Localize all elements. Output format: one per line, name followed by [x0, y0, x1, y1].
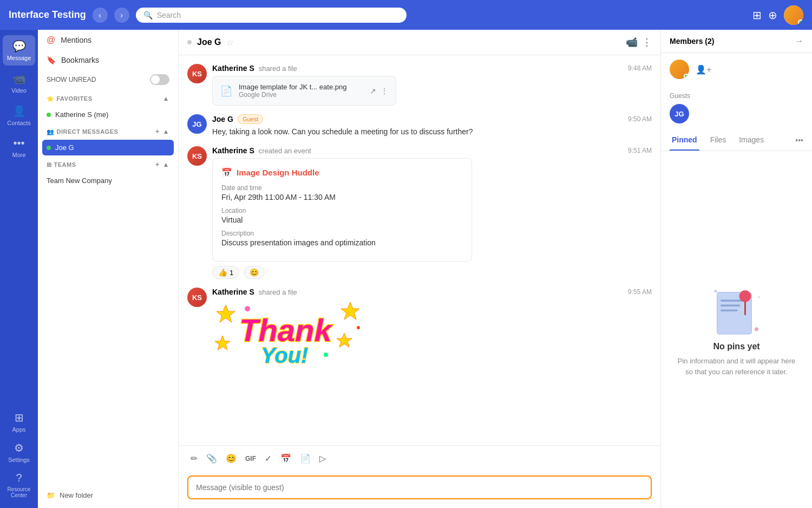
star-icon: ⭐: [47, 95, 55, 102]
chat-more-button[interactable]: ⋮: [642, 36, 652, 48]
message-content: Joe G Guest 9:50 AM Hey, taking a look n…: [212, 114, 652, 138]
message-time: 9:51 AM: [628, 147, 652, 154]
code-button[interactable]: ▷: [316, 450, 329, 467]
header-right: ⊞ ⊕: [752, 5, 803, 25]
calendar-icon: 📅: [221, 167, 232, 178]
svg-marker-2: [337, 333, 352, 347]
more-options-icon[interactable]: ⋮: [381, 87, 388, 95]
teams-header: ⊞ TEAMS + ▲: [47, 161, 169, 168]
member-avatar: [670, 60, 689, 79]
app-title: Interface Testing: [9, 9, 86, 21]
nav-forward-button[interactable]: ›: [114, 8, 129, 23]
message-sender: Katherine S: [212, 288, 254, 296]
search-bar[interactable]: 🔍 Search: [136, 8, 407, 23]
no-pins-area: No pins yet Pin information and it will …: [661, 151, 812, 508]
table-row: JG Joe G Guest 9:50 AM Hey, taking a loo…: [187, 114, 652, 138]
sidebar-item-video[interactable]: 📹 Video: [3, 68, 35, 98]
katherine-online-dot: [47, 113, 51, 117]
message-toolbar: ✏ 📎 😊 GIF ✓ 📅 📄 ▷: [179, 445, 660, 471]
people-icon: 👥: [47, 128, 55, 135]
sidebar-item-joe-g[interactable]: Joe G: [42, 140, 174, 155]
add-member-button[interactable]: 👤+: [696, 64, 711, 75]
dm-add-button[interactable]: +: [155, 128, 160, 135]
members-list: 👤+: [661, 53, 812, 90]
video-call-button[interactable]: 📹: [626, 36, 638, 48]
sidebar-item-settings-label: Settings: [8, 457, 30, 463]
sidebar-item-settings[interactable]: ⚙ Settings: [3, 437, 35, 467]
sidebar-item-apps-label: Apps: [12, 426, 25, 433]
new-folder-button[interactable]: 📁 New folder: [47, 487, 169, 504]
resource-center-icon: ?: [16, 472, 22, 484]
messages-container: KS Katherine S shared a file 9:48 AM 📄 I…: [179, 55, 660, 445]
smile-reaction[interactable]: 😊: [244, 266, 265, 279]
event-title: Image Design Huddle: [237, 168, 319, 177]
document-button[interactable]: 📄: [297, 450, 314, 467]
thumbs-up-reaction[interactable]: 👍 1: [212, 266, 239, 279]
team-new-company-label: Team New Company: [47, 177, 112, 185]
member-online-dot: [684, 74, 689, 79]
teams-chevron[interactable]: ▲: [163, 161, 169, 168]
sidebar-item-contacts[interactable]: 👤 Contacts: [3, 100, 35, 131]
file-name: Image template for JK t... eate.png: [239, 83, 363, 91]
event-datetime-label: Date and time: [221, 184, 463, 192]
sidebar-item-contacts-label: Contacts: [7, 120, 30, 126]
plus-icon[interactable]: ⊕: [768, 9, 777, 22]
nav-back-button[interactable]: ‹: [93, 8, 108, 23]
favorite-star-button[interactable]: ☆: [226, 37, 234, 48]
message-content: Katherine S shared a file 9:55 AM: [212, 288, 652, 373]
file-actions[interactable]: ↗ ⋮: [370, 87, 388, 95]
message-content: Katherine S shared a file 9:48 AM 📄 Imag…: [212, 64, 652, 106]
file-source: Google Drive: [239, 91, 363, 99]
edit-button[interactable]: ✏: [187, 450, 201, 467]
video-icon: 📹: [12, 72, 26, 85]
message-sender: Katherine S: [212, 64, 254, 73]
contact-status-dot: [187, 40, 192, 44]
favorites-chevron[interactable]: ▲: [163, 95, 169, 102]
chat-area: Joe G ☆ 📹 ⋮ KS Katherine S shared a file…: [179, 30, 660, 508]
tab-images[interactable]: Images: [737, 130, 766, 151]
avatar: KS: [187, 288, 207, 307]
attach-button[interactable]: 📎: [203, 450, 220, 467]
message-action: shared a file: [259, 288, 297, 296]
svg-point-17: [758, 296, 760, 298]
tab-pinned[interactable]: Pinned: [670, 130, 699, 151]
external-link-icon[interactable]: ↗: [370, 87, 376, 95]
dm-chevron[interactable]: ▲: [163, 128, 169, 135]
teams-add-button[interactable]: +: [155, 161, 160, 168]
avatar: JG: [187, 114, 207, 134]
tabs-more-button[interactable]: •••: [795, 136, 803, 145]
message-content: Katherine S created an event 9:51 AM 📅 I…: [212, 146, 652, 279]
sidebar-item-katherine[interactable]: Katherine S (me): [38, 107, 178, 122]
message-time: 9:48 AM: [628, 64, 652, 72]
calendar-button[interactable]: 📅: [277, 450, 294, 467]
check-button[interactable]: ✓: [261, 450, 275, 467]
message-time: 9:50 AM: [628, 115, 652, 123]
gif-button[interactable]: GIF: [242, 452, 259, 466]
grid-icon[interactable]: ⊞: [752, 9, 762, 22]
sidebar-item-message-label: Message: [7, 55, 31, 61]
mention-icon: @: [47, 35, 55, 45]
message-time: 9:55 AM: [628, 288, 652, 296]
svg-marker-3: [215, 336, 230, 350]
top-header: Interface Testing ‹ › 🔍 Search ⊞ ⊕: [0, 0, 812, 30]
main-layout: 💬 Message 📹 Video 👤 Contacts ••• More ⊞ …: [0, 30, 812, 508]
pin-illustration: [710, 282, 764, 342]
message-input[interactable]: [187, 476, 652, 499]
sidebar-item-apps[interactable]: ⊞ Apps: [3, 407, 35, 437]
bookmarks-label: Bookmarks: [61, 56, 99, 64]
sidebar-item-more[interactable]: ••• More: [3, 133, 35, 162]
no-pins-title: No pins yet: [713, 342, 759, 351]
message-action: shared a file: [259, 64, 297, 73]
sidebar-item-message[interactable]: 💬 Message: [3, 35, 35, 66]
sidebar-item-resource-center[interactable]: ? Resource Center: [3, 467, 35, 503]
show-unread-toggle[interactable]: [150, 74, 169, 85]
bookmarks-item[interactable]: 🔖 Bookmarks: [38, 50, 178, 70]
user-avatar[interactable]: [784, 5, 803, 25]
emoji-button[interactable]: 😊: [222, 450, 240, 467]
tab-files[interactable]: Files: [708, 130, 729, 151]
sidebar-item-team-new-company[interactable]: Team New Company: [38, 173, 178, 188]
favorites-header: ⭐ FAVORITES ▲: [47, 95, 169, 102]
close-panel-button[interactable]: →: [795, 36, 803, 46]
message-header: Katherine S shared a file 9:48 AM: [212, 64, 652, 73]
mentions-item[interactable]: @ Mentions: [38, 30, 178, 50]
